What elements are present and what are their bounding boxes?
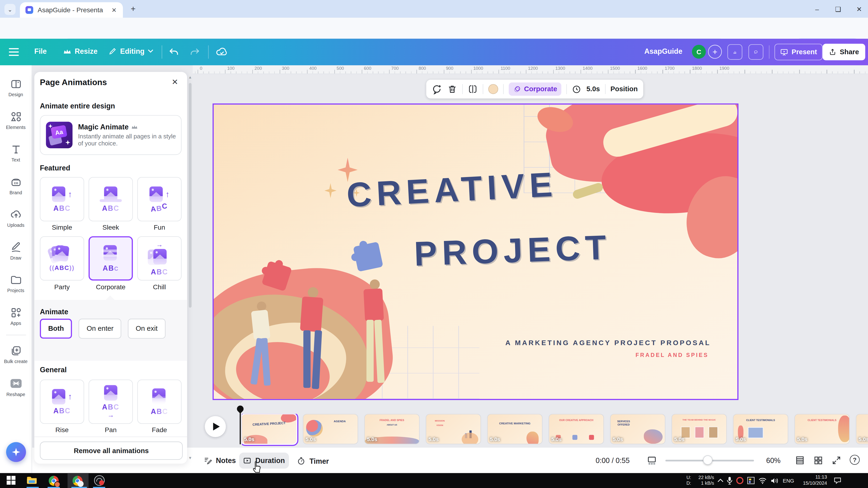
browser-tab[interactable]: AsapGuide - Presentation ✕ xyxy=(20,2,123,18)
sidebar-item-uploads[interactable]: Uploads xyxy=(0,202,31,233)
page-duration-button[interactable]: 5.0s xyxy=(586,85,600,93)
new-tab-button[interactable]: + xyxy=(128,4,138,14)
featured-card-party[interactable]: ((ABC)) xyxy=(40,236,84,281)
sidebar-item-elements[interactable]: Elements xyxy=(0,105,31,135)
remove-all-animations-button[interactable]: Remove all animations xyxy=(40,442,183,460)
start-button-icon[interactable] xyxy=(7,476,16,485)
general-card-fade[interactable]: ABC xyxy=(137,380,182,424)
animate-options-tray: Animate BothOn enterOn exit xyxy=(34,300,187,361)
comments-button[interactable] xyxy=(748,44,763,60)
panel-scroll-down-icon[interactable]: ▼ xyxy=(188,456,193,460)
sidebar-item-reshape[interactable]: Reshape xyxy=(0,371,31,402)
sidebar-item-projects[interactable]: Projects xyxy=(0,268,31,299)
panel-close-icon[interactable]: ✕ xyxy=(169,76,181,88)
pages-view-icon[interactable] xyxy=(647,455,657,466)
tab-search-chevron-icon[interactable]: ⌄ xyxy=(4,4,16,15)
invite-member-button[interactable]: + xyxy=(708,45,722,59)
duration-button[interactable]: Duration xyxy=(239,453,289,469)
animation-style-button[interactable]: Corporate xyxy=(508,83,562,96)
window-minimize-button[interactable]: – xyxy=(809,4,825,14)
tab-close-icon[interactable]: ✕ xyxy=(110,5,119,14)
share-button[interactable]: Share xyxy=(823,44,865,60)
general-card-rise[interactable]: ↑ABC xyxy=(40,380,84,424)
animate-option-both[interactable]: Both xyxy=(40,319,72,338)
duplicate-page-icon[interactable] xyxy=(468,84,478,94)
ruler-tick-label: 1100 xyxy=(501,66,510,71)
window-close-button[interactable]: ✕ xyxy=(851,4,867,14)
slide-thumbnail-2[interactable]: Agenda5.0s xyxy=(303,415,358,444)
sidebar-item-apps[interactable]: Apps xyxy=(0,300,31,331)
panel-scrollbar[interactable] xyxy=(189,83,191,307)
magic-animate-card[interactable]: Aa Magic Animate Instantly animate all p… xyxy=(40,115,182,155)
window-restore-button[interactable]: ❏ xyxy=(830,4,846,14)
slide-subtitle[interactable]: A MARKETING AGENCY PROJECT PROPOSAL xyxy=(474,339,711,347)
slide-title-line2[interactable]: PROJECT xyxy=(413,227,612,273)
resize-menu[interactable]: Resize xyxy=(63,47,98,55)
slide-thumbnail-9[interactable]: Client Testimonials5.0s xyxy=(734,415,788,444)
slide-canvas[interactable]: CREATIVE PROJECT A MARKETING AGENCY PROJ… xyxy=(213,103,739,400)
general-card-pan[interactable]: ABC→ xyxy=(89,380,133,424)
zoom-slider-thumb[interactable] xyxy=(703,455,713,465)
grid-view-icon[interactable] xyxy=(813,455,823,465)
slide-thumbnail-3[interactable]: Fradel and SpiesAbout Us5.0s xyxy=(365,415,419,444)
slide-thumbnail-1[interactable]: Creative Project5.0s xyxy=(242,415,296,444)
document-view-icon[interactable] xyxy=(795,455,805,465)
featured-card-chill[interactable]: →ABC xyxy=(137,236,182,281)
insights-button[interactable] xyxy=(727,44,742,60)
position-button[interactable]: Position xyxy=(611,85,638,93)
speaker-icon[interactable] xyxy=(771,478,779,484)
chrome-active-taskbar-icon[interactable] xyxy=(72,476,82,486)
animate-option-on-enter[interactable]: On enter xyxy=(79,319,121,338)
animate-option-on-exit[interactable]: On exit xyxy=(128,319,165,338)
notes-button[interactable]: Notes xyxy=(204,456,236,465)
clock[interactable]: 11:13 15/10/2024 xyxy=(798,474,827,486)
background-color-swatch[interactable] xyxy=(488,84,498,94)
user-avatar[interactable]: C xyxy=(692,45,706,59)
slide-thumbnail-8[interactable]: The Team Behind The Magic5.0s xyxy=(672,415,726,444)
file-explorer-icon[interactable] xyxy=(27,477,37,485)
slide-thumbnail-11[interactable]: 5.0s xyxy=(857,415,868,444)
language-indicator[interactable]: ENG xyxy=(783,478,794,484)
editing-mode-menu[interactable]: Editing xyxy=(108,47,153,55)
slide-thumbnail-10[interactable]: Client Testimonials5.0s xyxy=(795,415,849,444)
help-button[interactable]: ? xyxy=(850,455,860,465)
main-menu-icon[interactable] xyxy=(9,48,19,56)
add-comment-icon[interactable] xyxy=(432,84,442,95)
file-menu[interactable]: File xyxy=(34,47,47,55)
sidebar-item-design[interactable]: Design xyxy=(0,72,31,103)
featured-card-simple[interactable]: ↑ABC xyxy=(40,177,84,221)
thumbnail-subtitle: Vision xyxy=(428,424,451,426)
team-name[interactable]: AsapGuide xyxy=(644,47,682,55)
sidebar-item-draw[interactable]: Draw xyxy=(0,235,31,266)
ruler-tick-label: 800 xyxy=(418,66,426,71)
slide-byline[interactable]: FRADEL AND SPIES xyxy=(474,352,709,358)
obs-taskbar-icon[interactable] xyxy=(94,475,105,486)
sidebar-item-brand[interactable]: coBrand xyxy=(0,170,31,201)
wifi-icon[interactable] xyxy=(758,478,767,484)
tray-chevron-up-icon[interactable] xyxy=(717,478,724,483)
obs-tray-icon[interactable] xyxy=(736,477,743,484)
redo-icon[interactable] xyxy=(189,46,200,58)
action-center-icon[interactable] xyxy=(834,477,841,484)
timer-button[interactable]: Timer xyxy=(297,456,329,465)
play-button[interactable] xyxy=(205,416,226,437)
featured-card-corporate[interactable]: ABC xyxy=(89,236,133,281)
featured-card-sleek[interactable]: ABC xyxy=(89,177,133,221)
canva-assistant-button[interactable] xyxy=(6,442,26,462)
chrome-taskbar-icon[interactable] xyxy=(49,476,59,486)
slide-thumbnail-7[interactable]: Services Offered5.0s xyxy=(611,415,665,444)
slide-title-line1[interactable]: CREATIVE xyxy=(346,164,558,215)
fullscreen-icon[interactable] xyxy=(832,455,841,465)
panel-scroll-up-icon[interactable]: ▲ xyxy=(188,75,193,80)
slide-thumbnail-4[interactable]: MissionVision5.0s xyxy=(426,415,480,444)
delete-page-icon[interactable] xyxy=(447,84,457,94)
microphone-icon[interactable] xyxy=(726,477,733,485)
slide-thumbnail-5[interactable]: Creative Marketing5.0s xyxy=(488,415,542,444)
app-tray-icon[interactable] xyxy=(747,477,754,484)
featured-card-fun[interactable]: ↑ABC xyxy=(137,177,182,221)
sidebar-item-text[interactable]: Text xyxy=(0,137,31,168)
present-button[interactable]: Present xyxy=(774,44,823,60)
slide-thumbnail-6[interactable]: Our Creative Approach5.0s xyxy=(549,415,603,444)
undo-icon[interactable] xyxy=(168,46,179,58)
sidebar-item-bulk-create[interactable]: Bulk create xyxy=(0,338,31,369)
